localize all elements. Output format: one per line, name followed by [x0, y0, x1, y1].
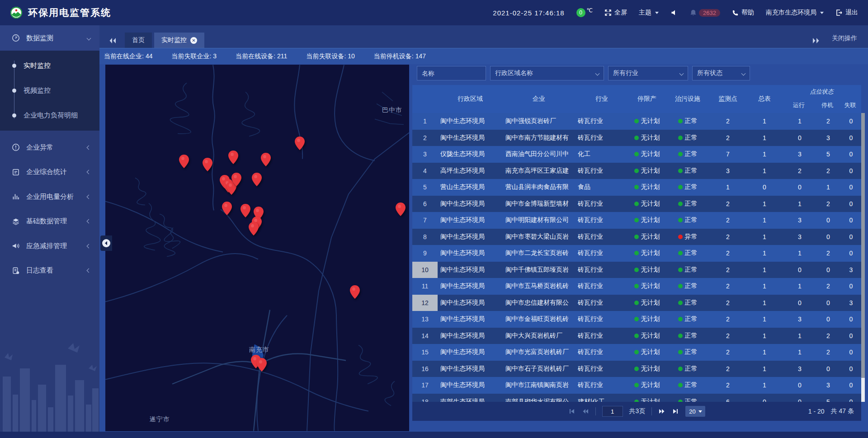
col-points: 监测点	[710, 95, 746, 103]
sidebar-item-label: 基础数据管理	[26, 217, 67, 226]
col-run: 运行	[782, 101, 816, 109]
row-meter: 1	[746, 118, 783, 125]
name-search-input[interactable]	[417, 66, 486, 80]
sidebar-item-enterprise-abnormal[interactable]: 企业异常	[0, 135, 99, 160]
logout-button[interactable]: 退出	[835, 9, 858, 17]
chevron-down-icon	[679, 71, 684, 75]
sidebar-item-enterprise-statistics[interactable]: 企业综合统计	[0, 160, 99, 185]
page-number-input[interactable]	[602, 406, 623, 417]
row-stop: 5	[816, 151, 840, 158]
row-meter: 1	[746, 283, 783, 290]
table-row[interactable]: 4 高坪生态环境局 南充市高坪区王家店建 砖瓦行业 无计划 正常 3 1 2 2…	[412, 163, 861, 179]
industry-select[interactable]: 所有行业	[608, 66, 688, 80]
map-pin[interactable]	[231, 173, 241, 186]
table-row[interactable]: 13 阆中生态环境局 阆中市金福旺页岩机砖 砖瓦行业 无计划 正常 2 1 3 …	[412, 311, 861, 328]
row-stop: 0	[816, 316, 840, 323]
page-size-select[interactable]: 20	[685, 406, 705, 417]
sidebar-item-base-data[interactable]: 基础数据管理	[0, 209, 99, 234]
divider	[651, 407, 652, 415]
row-facility-status: 正常	[665, 266, 710, 274]
chevron-left-icon	[87, 170, 91, 174]
tabs-scroll-left-icon[interactable]	[108, 37, 117, 44]
sidebar-item-video-monitoring[interactable]: 视频监控	[0, 78, 99, 103]
map-collapse-button[interactable]	[100, 235, 112, 251]
row-points: 2	[710, 134, 746, 141]
prev-page-icon[interactable]	[582, 408, 589, 415]
sidebar-subitem-label: 企业电力负荷明细	[0, 111, 78, 120]
user-org-dropdown[interactable]: 南充市生态环境局	[766, 9, 824, 17]
map-roads	[105, 65, 409, 431]
fullscreen-icon	[604, 9, 612, 16]
map-pin[interactable]	[228, 151, 238, 164]
sidebar-item-realtime-monitoring[interactable]: 实时监控	[0, 53, 99, 78]
tabs-scroll-right-icon[interactable]	[812, 37, 820, 44]
table-row[interactable]: 6 阆中生态环境局 阆中市金博瑞新型墙材 砖瓦行业 无计划 正常 2 1 1 2…	[412, 196, 861, 212]
tab-realtime-monitoring[interactable]: 实时监控 ✕	[154, 33, 204, 48]
status-dot	[634, 317, 639, 321]
table-row[interactable]: 9 阆中生态环境局 阆中市二龙长宝页岩砖 砖瓦行业 无计划 正常 2 1 1 2…	[412, 245, 861, 262]
map-pin[interactable]	[222, 202, 232, 215]
table-row[interactable]: 17 阆中生态环境局 阆中市江南镇阆南页岩 砖瓦行业 无计划 正常 2 1 0 …	[412, 377, 861, 394]
last-page-icon[interactable]	[672, 408, 679, 415]
map-pin[interactable]	[252, 173, 262, 186]
fullscreen-label: 全屏	[614, 9, 627, 17]
sidebar-item-log-view[interactable]: 日志查看	[0, 259, 99, 283]
map-pin[interactable]	[203, 158, 212, 171]
close-icon[interactable]: ✕	[190, 37, 197, 44]
sidebar-item-data-monitoring[interactable]: 数据监测	[0, 25, 99, 51]
row-index: 9	[412, 245, 438, 262]
theme-dropdown[interactable]: 主题	[639, 9, 659, 17]
close-operations-button[interactable]: 关闭操作	[832, 34, 857, 42]
row-region: 阆中生态环境局	[438, 233, 503, 241]
row-lost: 0	[840, 283, 861, 290]
table-row[interactable]: 10 阆中生态环境局 阆中千佛镇五郎垭页岩 砖瓦行业 无计划 正常 2 1 0 …	[412, 262, 861, 278]
map-pin[interactable]	[257, 358, 267, 372]
help-button[interactable]: 帮助	[732, 9, 754, 17]
table-row[interactable]: 1 阆中生态环境局 阆中强锐页岩砖厂 砖瓦行业 无计划 正常 2 1 1 2 0	[412, 113, 861, 130]
row-industry: 建材|化工	[575, 398, 628, 402]
row-index: 2	[412, 130, 438, 146]
map-pin[interactable]	[241, 204, 250, 217]
table-row[interactable]: 3 仪陇生态环境局 西南油气田分公司川中 化工 无计划 正常 7 1 3 5 0	[412, 146, 861, 163]
status-dot	[678, 119, 683, 123]
row-company: 西南油气田分公司川中	[503, 150, 575, 158]
table-row[interactable]: 7 阆中生态环境局 阆中明阳建材有限公司 砖瓦行业 无计划 正常 2 1 3 0…	[412, 212, 861, 229]
table-row[interactable]: 2 阆中生态环境局 阆中市南方节能建材有 砖瓦行业 无计划 正常 2 1 0 3…	[412, 130, 861, 146]
status-dot	[678, 350, 683, 354]
next-page-icon[interactable]	[658, 408, 665, 415]
row-industry: 砖瓦行业	[575, 249, 628, 257]
table-row[interactable]: 14 阆中生态环境局 阆中大兴页岩机砖厂 砖瓦行业 无计划 正常 2 1 1 2…	[412, 328, 861, 344]
row-region: 阆中生态环境局	[438, 117, 503, 125]
status-dot	[634, 202, 639, 206]
status-select[interactable]: 所有状态	[692, 66, 750, 80]
notification-count-badge: 2632	[699, 9, 720, 17]
map-pin[interactable]	[295, 137, 305, 150]
first-page-icon[interactable]	[568, 408, 576, 415]
table-row[interactable]: 5 营山生态环境局 营山县润丰肉食品有限 食品 无计划 正常 1 0 0 1 0	[412, 179, 861, 196]
map-pin[interactable]	[179, 155, 189, 168]
row-lost: 0	[840, 217, 861, 224]
table-row[interactable]: 18 南部生态环境局 南部县砌华水泥有限公 建材|化工 无计划 正常 6 0 0…	[412, 394, 861, 402]
table-row[interactable]: 15 阆中生态环境局 阆中市光富页岩机砖厂 砖瓦行业 无计划 正常 2 1 1 …	[412, 344, 861, 361]
map-panel[interactable]: 巴中市 南充市 遂宁市	[105, 65, 409, 431]
scrollbar-thumb[interactable]	[861, 113, 865, 378]
mute-button[interactable]	[670, 9, 678, 16]
table-row[interactable]: 8 阆中生态环境局 阆中市枣碧大梁山页岩 砖瓦行业 无计划 异常 2 1 3 0…	[412, 229, 861, 245]
sidebar-item-emergency-reduction[interactable]: 应急减排管理	[0, 234, 99, 259]
table-row[interactable]: 16 阆中生态环境局 阆中市石子页岩机砖厂 砖瓦行业 无计划 正常 2 1 3 …	[412, 361, 861, 377]
tab-home[interactable]: 首页	[125, 33, 152, 48]
notifications-button[interactable]: 2632	[689, 9, 720, 17]
fullscreen-button[interactable]: 全屏	[604, 9, 627, 17]
map-pin[interactable]	[396, 203, 406, 216]
region-select[interactable]: 行政区域名称	[490, 66, 604, 80]
map-pin[interactable]	[350, 285, 360, 299]
table-row[interactable]: 12 阆中生态环境局 阆中市忠信建材有限公 砖瓦行业 无计划 正常 2 1 0 …	[412, 295, 861, 311]
map-pin[interactable]	[261, 153, 271, 166]
sidebar-item-electricity-analysis[interactable]: 企业用电量分析	[0, 184, 99, 209]
map-pin[interactable]	[249, 222, 259, 235]
table-scrollbar[interactable]	[861, 113, 865, 402]
sidebar-item-power-load-detail[interactable]: 企业电力负荷明细	[0, 103, 99, 128]
map-city-label: 巴中市	[382, 106, 402, 114]
table-row[interactable]: 11 阆中生态环境局 阆中市五马桥页岩机砖 砖瓦行业 无计划 正常 2 1 1 …	[412, 278, 861, 295]
phone-icon	[732, 9, 739, 16]
